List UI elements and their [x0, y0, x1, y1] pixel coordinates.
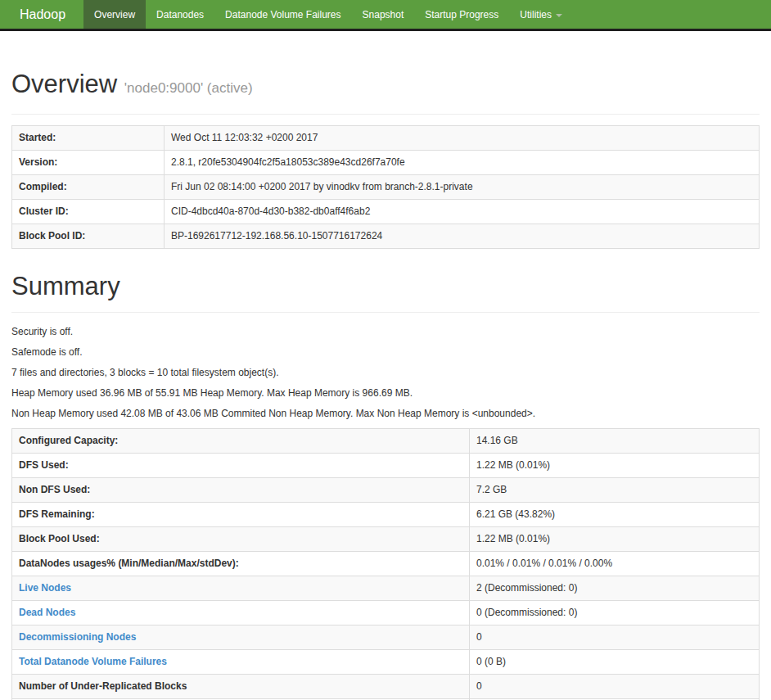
- row-value: 1.22 MB (0.01%): [470, 454, 760, 478]
- nav-item-utilities-label: Utilities: [520, 9, 552, 20]
- summary-header: Summary: [11, 272, 760, 313]
- table-row: DFS Used: 1.22 MB (0.01%): [12, 454, 760, 478]
- row-value: 2 (Decommissioned: 0): [470, 576, 760, 601]
- row-label: Block Pool Used:: [12, 527, 470, 552]
- nav-item-datanodes[interactable]: Datanodes: [146, 0, 214, 29]
- row-value: Fri Jun 02 08:14:00 +0200 2017 by vinodk…: [165, 175, 760, 200]
- row-label: Compiled:: [12, 175, 165, 200]
- row-label: DFS Used:: [12, 454, 470, 478]
- nav-item-overview[interactable]: Overview: [83, 0, 146, 29]
- safemode-status-text: Safemode is off.: [11, 346, 760, 359]
- row-value: 1.22 MB (0.01%): [470, 527, 760, 552]
- table-row: Compiled: Fri Jun 02 08:14:00 +0200 2017…: [12, 175, 760, 200]
- row-value: 6.21 GB (43.82%): [470, 503, 760, 527]
- filesystem-objects-text: 7 files and directories, 3 blocks = 10 t…: [11, 367, 760, 379]
- page-title-text: Overview: [11, 70, 117, 98]
- row-label: DFS Remaining:: [12, 503, 470, 527]
- divider: [11, 114, 760, 115]
- brand-hadoop[interactable]: Hadoop: [0, 0, 83, 29]
- table-row: Started: Wed Oct 11 12:03:32 +0200 2017: [12, 126, 760, 151]
- row-label: Non DFS Used:: [12, 478, 470, 503]
- non-heap-memory-text: Non Heap Memory used 42.08 MB of 43.06 M…: [11, 408, 760, 420]
- security-status-text: Security is off.: [11, 326, 760, 338]
- table-row: Decommissioning Nodes 0: [12, 625, 760, 650]
- page-title: Overview 'node0:9000' (active): [11, 70, 760, 103]
- row-value: 0: [470, 675, 760, 699]
- node-info-table: Started: Wed Oct 11 12:03:32 +0200 2017 …: [11, 125, 760, 249]
- table-row: Number of Under-Replicated Blocks 0: [12, 675, 760, 699]
- table-row: Version: 2.8.1, r20fe5304904fc2f5a18053c…: [12, 151, 760, 175]
- row-value: 7.2 GB: [470, 478, 760, 503]
- divider: [11, 312, 760, 313]
- row-label: Block Pool ID:: [12, 224, 165, 249]
- row-value: 0: [470, 625, 760, 650]
- row-label: Started:: [12, 126, 165, 151]
- nav-item-utilities[interactable]: Utilities: [509, 0, 573, 29]
- table-row: Live Nodes 2 (Decommissioned: 0): [12, 576, 760, 601]
- table-row: Non DFS Used: 7.2 GB: [12, 478, 760, 503]
- decommissioning-nodes-link[interactable]: Decommissioning Nodes: [19, 631, 136, 643]
- nav-item-startup-progress[interactable]: Startup Progress: [414, 0, 509, 29]
- row-value: 0.01% / 0.01% / 0.01% / 0.00%: [470, 552, 760, 576]
- row-label: Number of Under-Replicated Blocks: [12, 675, 470, 699]
- summary-paragraphs: Security is off. Safemode is off. 7 file…: [11, 326, 760, 420]
- row-value: CID-4dbcd40a-870d-4d30-b382-db0aff4f6ab2: [165, 200, 760, 224]
- table-row: Dead Nodes 0 (Decommissioned: 0): [12, 601, 760, 625]
- chevron-down-icon: [556, 14, 562, 17]
- row-value: Wed Oct 11 12:03:32 +0200 2017: [165, 126, 760, 151]
- summary-table: Configured Capacity: 14.16 GB DFS Used: …: [11, 428, 760, 700]
- row-value: 14.16 GB: [470, 429, 760, 454]
- row-label: Cluster ID:: [12, 200, 165, 224]
- row-value: BP-1692617712-192.168.56.10-150771617262…: [165, 224, 760, 249]
- table-row: Cluster ID: CID-4dbcd40a-870d-4d30-b382-…: [12, 200, 760, 224]
- row-label: Configured Capacity:: [12, 429, 470, 454]
- row-label: Decommissioning Nodes: [12, 625, 470, 650]
- row-label: Dead Nodes: [12, 601, 470, 625]
- table-row: Configured Capacity: 14.16 GB: [12, 429, 760, 454]
- row-label: DataNodes usages% (Min/Median/Max/stdDev…: [12, 552, 470, 576]
- row-label: Version:: [12, 151, 165, 175]
- table-row: Block Pool Used: 1.22 MB (0.01%): [12, 527, 760, 552]
- heap-memory-text: Heap Memory used 36.96 MB of 55.91 MB He…: [11, 387, 760, 400]
- total-datanode-volume-failures-link[interactable]: Total Datanode Volume Failures: [19, 656, 167, 667]
- table-row: Total Datanode Volume Failures 0 (0 B): [12, 650, 760, 675]
- row-value: 0 (Decommissioned: 0): [470, 601, 760, 625]
- top-navbar: Hadoop Overview Datanodes Datanode Volum…: [0, 0, 771, 31]
- row-label: Live Nodes: [12, 576, 470, 601]
- overview-header: Overview 'node0:9000' (active): [11, 70, 760, 115]
- row-value: 2.8.1, r20fe5304904fc2f5a18053c389e43cd2…: [165, 151, 760, 175]
- dead-nodes-link[interactable]: Dead Nodes: [19, 607, 75, 618]
- summary-title: Summary: [11, 272, 760, 301]
- row-value: 0 (0 B): [470, 650, 760, 675]
- nav-item-snapshot[interactable]: Snapshot: [352, 0, 415, 29]
- table-row: DataNodes usages% (Min/Median/Max/stdDev…: [12, 552, 760, 576]
- nav-item-datanode-volume-failures[interactable]: Datanode Volume Failures: [214, 0, 351, 29]
- live-nodes-link[interactable]: Live Nodes: [19, 582, 71, 594]
- table-row: DFS Remaining: 6.21 GB (43.82%): [12, 503, 760, 527]
- row-label: Total Datanode Volume Failures: [12, 650, 470, 675]
- table-row: Block Pool ID: BP-1692617712-192.168.56.…: [12, 224, 760, 249]
- page-title-subtitle: 'node0:9000' (active): [124, 80, 253, 96]
